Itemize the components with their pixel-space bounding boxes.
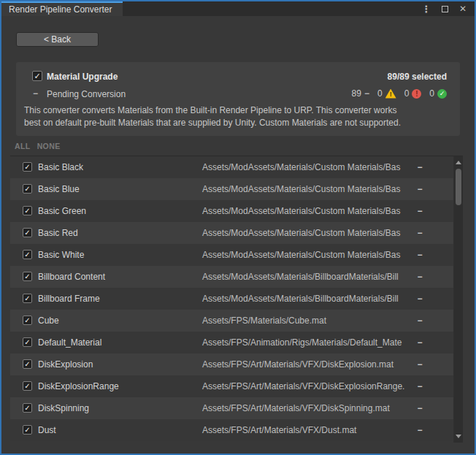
description-line: best on default pre-built Materials that…: [24, 117, 455, 129]
table-row[interactable]: ✓Basic RedAssets/ModAssets/Materials/Cus…: [10, 222, 453, 244]
check-icon: ✓: [24, 229, 30, 237]
stat-errors: 0 !: [404, 88, 422, 99]
table-row[interactable]: ✓CubeAssets/FPS/Materials/Cube.mat−: [10, 310, 453, 332]
check-icon: ✓: [24, 207, 30, 215]
materials-rows: ✓Basic BlackAssets/ModAssets/Materials/C…: [10, 156, 453, 441]
pending-count: 89: [352, 88, 361, 99]
row-path: Assets/ModAssets/Materials/Custom Materi…: [202, 222, 400, 244]
row-checkbox[interactable]: ✓: [23, 337, 32, 347]
error-count: 0: [404, 88, 410, 99]
check-icon: ✓: [24, 251, 30, 259]
table-row[interactable]: ✓DiskSpinningAssets/FPS/Art/Materials/VF…: [10, 397, 453, 419]
stat-pending: 89 −: [352, 88, 369, 99]
row-path: Assets/FPS/Art/Materials/VFX/DiskExplosi…: [202, 353, 394, 375]
row-checkbox[interactable]: ✓: [23, 403, 32, 413]
row-checkbox[interactable]: ✓: [23, 162, 32, 172]
conversion-stats: 89 − 0 ! 0 ! 0 ✓: [352, 88, 447, 99]
check-icon: ✓: [24, 382, 30, 390]
row-name: Billboard Content: [38, 266, 105, 288]
row-checkbox[interactable]: ✓: [23, 381, 32, 391]
check-icon: ✓: [24, 316, 30, 324]
row-path: Assets/ModAssets/Materials/Custom Materi…: [202, 200, 400, 222]
table-row[interactable]: ✓Billboard ContentAssets/ModAssets/Mater…: [10, 266, 453, 288]
row-status-dash-icon: −: [411, 288, 429, 310]
vertical-scrollbar[interactable]: [453, 156, 463, 443]
row-status-dash-icon: −: [411, 353, 429, 375]
table-row[interactable]: ✓Basic GreenAssets/ModAssets/Materials/C…: [10, 200, 453, 222]
row-name: DiskExplosionRange: [38, 375, 119, 397]
window-controls: ⋮ ✕: [421, 1, 469, 16]
close-button[interactable]: ✕: [457, 3, 469, 15]
row-checkbox[interactable]: ✓: [23, 228, 32, 237]
row-path: Assets/FPS/Art/Materials/VFX/Dust.mat: [202, 419, 356, 441]
row-status-dash-icon: −: [411, 244, 429, 266]
row-name: Basic White: [38, 244, 84, 266]
error-icon: !: [412, 89, 421, 99]
select-none-button[interactable]: NONE: [37, 142, 61, 150]
row-path: Assets/ModAssets/Materials/Custom Materi…: [202, 244, 400, 266]
row-checkbox[interactable]: ✓: [23, 359, 32, 369]
converter-checkbox[interactable]: ✓: [32, 71, 42, 81]
selection-links: ALL NONE: [15, 142, 61, 150]
menu-button[interactable]: ⋮: [421, 3, 432, 15]
row-name: DiskSpinning: [38, 397, 89, 419]
close-icon: ✕: [459, 4, 467, 14]
stat-success: 0 ✓: [429, 88, 447, 99]
stat-warnings: 0 !: [377, 88, 396, 99]
row-name: Basic Black: [38, 156, 83, 178]
row-checkbox[interactable]: ✓: [23, 206, 32, 215]
table-row[interactable]: ✓DustAssets/FPS/Art/Materials/VFX/Dust.m…: [10, 419, 453, 441]
row-checkbox[interactable]: ✓: [23, 425, 32, 435]
check-icon: ✓: [24, 338, 30, 346]
row-status-dash-icon: −: [411, 200, 429, 222]
row-name: Dust: [38, 419, 56, 441]
row-name: Basic Blue: [38, 178, 80, 200]
check-icon: ✓: [34, 72, 40, 80]
dash-icon: −: [364, 88, 369, 99]
render-pipeline-converter-window: Render Pipeline Converter ⋮ ✕ < Back ✓ M…: [0, 0, 476, 455]
select-all-button[interactable]: ALL: [15, 142, 31, 150]
table-row[interactable]: ✓Billboard FrameAssets/ModAssets/Materia…: [10, 288, 453, 310]
table-row[interactable]: ✓Basic BlackAssets/ModAssets/Materials/C…: [10, 156, 453, 178]
row-name: Basic Green: [38, 200, 86, 222]
row-checkbox[interactable]: ✓: [23, 294, 32, 303]
kebab-menu-icon: ⋮: [422, 4, 431, 15]
row-checkbox[interactable]: ✓: [23, 316, 32, 325]
pending-conversion-label: Pending Conversion: [47, 89, 126, 99]
row-path: Assets/FPS/Art/Materials/VFX/DiskExplosi…: [202, 375, 404, 397]
table-row[interactable]: ✓Basic BlueAssets/ModAssets/Materials/Cu…: [10, 178, 453, 200]
row-status-dash-icon: −: [411, 178, 429, 200]
row-status-dash-icon: −: [411, 419, 429, 441]
row-checkbox[interactable]: ✓: [23, 250, 32, 259]
back-button[interactable]: < Back: [16, 32, 99, 47]
table-row[interactable]: ✓Basic WhiteAssets/ModAssets/Materials/C…: [10, 244, 453, 266]
maximize-button[interactable]: [439, 3, 450, 15]
table-row[interactable]: ✓DiskExplosionAssets/FPS/Art/Materials/V…: [10, 353, 453, 375]
row-status-dash-icon: −: [411, 266, 429, 288]
converter-description: This converter converts Materials from t…: [24, 104, 455, 129]
row-path: Assets/ModAssets/Materials/Custom Materi…: [202, 178, 400, 200]
scroll-up-icon[interactable]: [456, 161, 461, 164]
row-checkbox[interactable]: ✓: [23, 184, 32, 194]
check-icon: ✓: [24, 185, 30, 193]
row-status-dash-icon: −: [411, 156, 429, 178]
scroll-down-icon[interactable]: [456, 435, 461, 438]
row-name: Basic Red: [38, 222, 78, 244]
row-status-dash-icon: −: [411, 375, 429, 397]
success-icon: ✓: [437, 89, 447, 99]
row-name: Default_Material: [38, 332, 101, 353]
converter-title: Material Upgrade: [47, 72, 118, 82]
window-title: Render Pipeline Converter: [9, 4, 112, 15]
scrollbar-thumb[interactable]: [456, 169, 461, 205]
selected-summary: 89/89 selected: [388, 72, 447, 82]
table-row[interactable]: ✓Default_MaterialAssets/FPS/Animation/Ri…: [10, 332, 453, 353]
pending-dash-icon: −: [33, 88, 42, 99]
tab-render-pipeline-converter[interactable]: Render Pipeline Converter: [1, 1, 123, 16]
row-path: Assets/ModAssets/Materials/BillboardMate…: [202, 266, 399, 288]
row-status-dash-icon: −: [411, 222, 429, 244]
table-row[interactable]: ✓DiskExplosionRangeAssets/FPS/Art/Materi…: [10, 375, 453, 397]
row-checkbox[interactable]: ✓: [23, 272, 32, 281]
row-status-dash-icon: −: [411, 332, 429, 353]
check-icon: ✓: [24, 404, 30, 412]
success-count: 0: [429, 88, 434, 99]
